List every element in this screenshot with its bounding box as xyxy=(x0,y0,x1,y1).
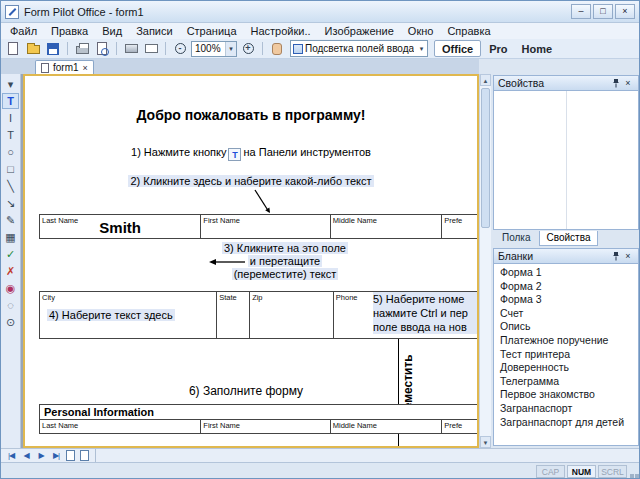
next-record-button[interactable]: ▶ xyxy=(34,451,48,460)
properties-panel-header[interactable]: Свойства × xyxy=(493,75,639,91)
menu-image[interactable]: Изображение xyxy=(318,24,401,38)
zoom-out-button[interactable]: - xyxy=(171,40,189,57)
pencil-tool-icon[interactable]: ✎ xyxy=(2,212,19,228)
field-first-name[interactable]: First Name xyxy=(201,215,330,238)
fill-text-tool-icon[interactable]: T xyxy=(2,93,19,109)
field-last-name-2[interactable]: Last Name xyxy=(40,420,201,433)
document-canvas[interactable]: Добро пожаловать в программу! 1) Нажмите… xyxy=(23,74,479,448)
highlight-fields-control[interactable]: Подсветка полей ввода ▾ xyxy=(290,40,428,57)
rectangle-tool-icon[interactable]: □ xyxy=(2,161,19,177)
blanks-panel-header[interactable]: Бланки × xyxy=(493,248,639,264)
list-item[interactable]: Платежное поручение xyxy=(494,334,638,348)
chevron-down-icon[interactable]: ▾ xyxy=(225,42,236,56)
step4-text[interactable]: 4) Наберите текст здесь xyxy=(47,309,175,321)
menu-records[interactable]: Записи xyxy=(129,24,180,38)
edition-home-button[interactable]: Home xyxy=(516,43,559,55)
menu-edit[interactable]: Правка xyxy=(44,24,95,38)
list-item[interactable]: Загранпаспорт для детей xyxy=(494,416,638,430)
tab-shelf[interactable]: Полка xyxy=(495,231,538,246)
step5-text[interactable]: 5) Наберите номе нажмите Ctrl и пер поле… xyxy=(373,292,479,334)
field-prefix-2[interactable]: Prefe xyxy=(442,420,479,433)
menu-page[interactable]: Страница xyxy=(180,24,244,38)
list-item[interactable]: Загранпаспорт xyxy=(494,402,638,416)
scroll-up-icon[interactable]: ▲ xyxy=(480,74,491,86)
step3-text[interactable]: 3) Кликните на это поле и перетащите (пе… xyxy=(145,242,425,281)
menu-help[interactable]: Справка xyxy=(440,24,497,38)
list-item[interactable]: Форма 2 xyxy=(494,280,638,294)
field-zip[interactable]: Zip xyxy=(250,292,334,338)
field-middle-name-2[interactable]: Middle Name xyxy=(331,420,443,433)
last-record-button[interactable]: ▶| xyxy=(49,451,63,460)
list-item[interactable]: Форма 3 xyxy=(494,293,638,307)
scroll-down-icon[interactable]: ▼ xyxy=(480,436,491,448)
text-box-tool-icon[interactable]: T xyxy=(2,127,19,143)
field-middle-name[interactable]: Middle Name xyxy=(331,215,443,238)
new-document-button[interactable] xyxy=(4,40,22,57)
list-item[interactable]: Первое знакомство xyxy=(494,388,638,402)
field-first-name-2[interactable]: First Name xyxy=(201,420,330,433)
list-item[interactable]: Форма 1 xyxy=(494,266,638,280)
field-prefix[interactable]: Prefe xyxy=(442,215,479,238)
pin-icon[interactable] xyxy=(610,79,622,88)
edition-office-button[interactable]: Office xyxy=(434,40,481,57)
image-tool-icon[interactable]: ▦ xyxy=(2,229,19,245)
blanks-panel: Бланки × Форма 1 Форма 2 Форма 3 Счет Оп… xyxy=(493,248,639,446)
close-button[interactable]: × xyxy=(615,4,635,19)
zoom-select[interactable]: 100% ▾ xyxy=(191,41,237,57)
tab-form1[interactable]: form1 × xyxy=(35,60,94,74)
open-folder-icon xyxy=(27,45,40,54)
status-bar: CAP NUM SCRL xyxy=(1,462,640,479)
vertical-scrollbar[interactable]: ▲ ▼ xyxy=(479,74,491,448)
edition-pro-button[interactable]: Pro xyxy=(483,43,513,55)
print-preview-button[interactable] xyxy=(93,40,111,57)
list-item[interactable]: Телеграмма xyxy=(494,375,638,389)
filled-text-smith[interactable]: Smith xyxy=(40,219,200,236)
tab-close-icon[interactable]: × xyxy=(83,63,88,73)
arrow-tool-icon[interactable]: ↘ xyxy=(2,195,19,211)
field-last-name[interactable]: Last Name Smith xyxy=(40,215,201,238)
chevron-down-icon[interactable]: ▾ xyxy=(416,45,427,53)
collapse-icon[interactable]: ▾ xyxy=(2,76,19,92)
ellipse-tool-icon[interactable]: ○ xyxy=(2,144,19,160)
eraser-tool-icon[interactable]: ◌ xyxy=(2,297,19,313)
menu-file[interactable]: Файл xyxy=(3,24,44,38)
record-list-icon[interactable] xyxy=(80,450,89,461)
list-item[interactable]: Доверенность xyxy=(494,361,638,375)
maximize-button[interactable]: □ xyxy=(593,4,613,19)
close-panel-icon[interactable]: × xyxy=(622,78,634,88)
resize-grip[interactable] xyxy=(635,474,639,478)
print-preview-icon xyxy=(97,42,107,55)
field-cursor-tool-icon[interactable]: I xyxy=(2,110,19,126)
new-record-icon[interactable] xyxy=(66,450,75,461)
send-mail-button[interactable] xyxy=(142,40,160,57)
menu-view[interactable]: Вид xyxy=(95,24,129,38)
open-button[interactable] xyxy=(24,40,42,57)
minimize-button[interactable]: – xyxy=(571,4,591,19)
menu-window[interactable]: Окно xyxy=(401,24,441,38)
pin-icon[interactable] xyxy=(610,252,622,261)
close-panel-icon[interactable]: × xyxy=(622,251,634,261)
previous-record-button[interactable]: ◀ xyxy=(19,451,33,460)
cross-tool-icon[interactable]: ✗ xyxy=(2,263,19,279)
toolbar-separator xyxy=(165,42,166,55)
stamp-tool-icon[interactable]: ◉ xyxy=(2,280,19,296)
menu-settings[interactable]: Настройки.. xyxy=(244,24,318,38)
list-item[interactable]: Тест принтера xyxy=(494,348,638,362)
pan-button[interactable] xyxy=(268,40,286,57)
first-record-button[interactable]: |◀ xyxy=(4,451,18,460)
zoom-in-button[interactable]: + xyxy=(239,40,257,57)
list-item[interactable]: Опись xyxy=(494,320,638,334)
print-button[interactable] xyxy=(73,40,91,57)
check-tool-icon[interactable]: ✓ xyxy=(2,246,19,262)
properties-grid[interactable] xyxy=(493,91,639,230)
zoom-tool-icon[interactable]: ⊙ xyxy=(2,314,19,330)
scrollbar-thumb[interactable] xyxy=(481,88,490,228)
scan-button[interactable] xyxy=(122,40,140,57)
save-button[interactable] xyxy=(44,40,62,57)
list-item[interactable]: Счет xyxy=(494,307,638,321)
envelope-icon xyxy=(145,44,158,53)
tab-properties[interactable]: Свойства xyxy=(539,231,599,246)
title-bar[interactable]: Form Pilot Office - form1 – □ × xyxy=(1,1,639,23)
field-state[interactable]: State xyxy=(217,292,250,338)
line-tool-icon[interactable]: ╲ xyxy=(2,178,19,194)
